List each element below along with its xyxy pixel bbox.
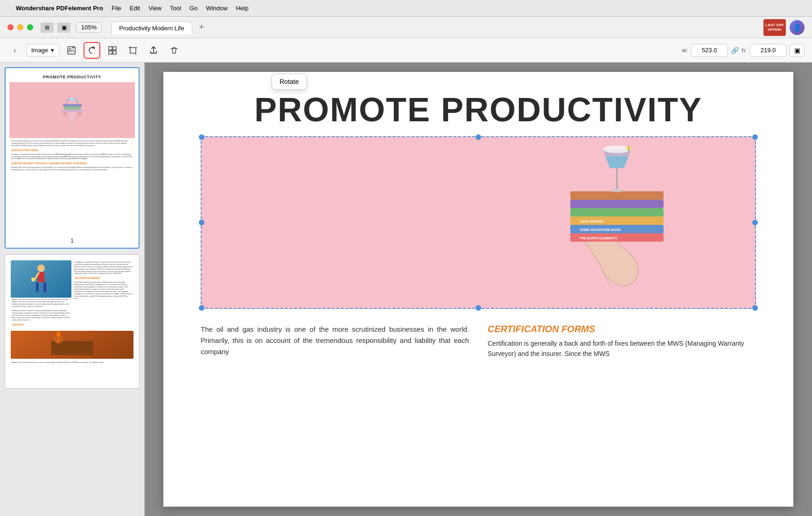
menu-bar: Wondershare PDFelement Pro File Edit Vie… [0,0,812,17]
height-label: h: [742,47,747,54]
transform-icon [108,46,117,55]
add-tab-button[interactable]: + [196,22,207,33]
svg-rect-4 [109,47,112,50]
left-panel: PROMOTE PRODUCTIVITY The oil and gas ind… [0,63,145,516]
handle-middle-right[interactable] [752,220,758,225]
hand-books-svg: THE EARTH ELEMENTS SOME ADVENTURE BOOK C… [524,140,710,308]
handle-middle-left[interactable] [199,220,204,225]
promo-badge: LAST DAY OFFER! [763,19,786,36]
tab-title: Productivity Modern Life [119,25,184,32]
svg-rect-22 [43,282,46,292]
svg-rect-5 [113,47,116,50]
svg-text:CASE STUDIES: CASE STUDIES [580,220,604,223]
main-area: PROMOTE PRODUCTIVITY The oil and gas ind… [0,63,812,516]
share-icon [149,46,158,55]
thumb-extra-text: Similarly, mail in the oil and gas indus… [9,166,135,172]
back-button[interactable]: ‹ [7,43,22,58]
rotate-tooltip: Rotate [272,74,307,90]
pdf-main-title: PROMOTE PRODUCTIVITY [201,91,756,129]
menu-go[interactable]: Go [189,5,197,12]
panel-view-button[interactable]: ▣ [57,22,70,33]
pdf-body-text-left: The oil and gas industry is one of the m… [201,324,469,357]
layout-toggle-button[interactable]: ▣ [790,44,805,57]
delete-button[interactable] [166,42,182,59]
cert-body-text: Certification is generally a back and fo… [488,338,756,359]
add-image-icon [67,46,76,55]
menu-view[interactable]: View [148,5,161,12]
thumb-cert-text: Certification is generally a back and fo… [9,153,135,161]
menu-edit[interactable]: Edit [130,5,140,12]
handle-top-left[interactable] [199,134,204,140]
pdf-columns: The oil and gas industry is one of the m… [201,324,756,359]
zoom-selector[interactable]: 105% [76,22,102,33]
thumb-page1-image [9,82,135,138]
app-name: Wondershare PDFelement Pro [16,5,103,12]
rotate-icon [87,46,97,55]
pdf-illustration: THE EARTH ELEMENTS SOME ADVENTURE BOOK C… [478,137,755,308]
pdf-col-right: CERTIFICATION FORMS Certification is gen… [488,324,756,359]
svg-text:THE EARTH ELEMENTS: THE EARTH ELEMENTS [580,237,617,240]
svg-text:SOME ADVENTURE BOOK: SOME ADVENTURE BOOK [580,228,621,231]
pdf-area: PROMOTE PRODUCTIVITY [145,63,812,516]
tab-area: Productivity Modern Life + [111,21,763,34]
dimension-group: w: 🔗 h: ▣ [682,44,805,57]
svg-rect-21 [36,282,39,292]
svg-rect-31 [570,208,664,216]
handle-bottom-right[interactable] [752,305,758,311]
svg-rect-7 [113,51,116,54]
chevron-down-icon: ▾ [51,47,54,54]
svg-rect-6 [109,51,112,54]
rotate-button[interactable] [84,42,100,59]
svg-rect-15 [64,107,81,110]
thumb-page1-title: PROMOTE PRODUCTIVITY [9,72,135,81]
tooltip-text: Rotate [280,78,299,85]
menu-tool[interactable]: Tool [170,5,181,12]
image-dropdown[interactable]: Image ▾ [26,44,59,56]
handle-top-right[interactable] [752,134,758,140]
page-2-thumbnail[interactable]: attachments means that the person has to… [5,254,140,389]
width-label: w: [682,47,688,54]
cert-heading: CERTIFICATION FORMS [488,324,756,335]
crop-button[interactable] [125,42,141,59]
thumb-subhead: QUICKER DELIVERY THAN MAIL, ENSURES DELI… [9,161,135,166]
pdf-page: PROMOTE PRODUCTIVITY [163,72,793,507]
maximize-button[interactable] [27,24,33,30]
menu-file[interactable]: File [112,5,121,12]
delete-icon [169,46,179,55]
pdf-col-left: The oil and gas industry is one of the m… [201,324,469,359]
handle-bottom-left[interactable] [199,305,204,311]
svg-point-38 [610,188,624,192]
page-1-thumbnail[interactable]: PROMOTE PRODUCTIVITY The oil and gas ind… [5,67,140,249]
share-button[interactable] [145,42,162,59]
view-toggle: ⊞ ▣ [41,22,70,33]
svg-point-18 [70,98,75,101]
close-button[interactable] [7,24,14,30]
menu-window[interactable]: Window [206,5,227,12]
toolbar: ‹ Image ▾ [0,38,812,63]
page-1-preview: PROMOTE PRODUCTIVITY The oil and gas ind… [9,72,135,235]
image-dropdown-label: Image [31,47,48,54]
svg-rect-33 [570,191,664,200]
menu-help[interactable]: Help [236,5,249,12]
pdf-image-container[interactable]: THE EARTH ELEMENTS SOME ADVENTURE BOOK C… [201,136,756,309]
handle-top-middle[interactable] [476,134,481,140]
titlebar-right: LAST DAY OFFER! 👤 [763,19,805,36]
svg-rect-14 [62,110,83,112]
title-bar: ⊞ ▣ 105% Productivity Modern Life + LAST… [0,17,812,38]
height-input[interactable] [749,44,787,57]
user-avatar[interactable]: 👤 [790,20,805,35]
thumb-page1-text: The oil and gas industry is one of the m… [9,139,135,148]
svg-point-1 [69,48,71,50]
width-input[interactable] [691,44,728,57]
svg-rect-16 [63,104,82,107]
handle-bottom-middle[interactable] [476,305,481,311]
tab-productivity[interactable]: Productivity Modern Life [111,21,192,35]
svg-rect-8 [130,48,136,53]
crop-icon [128,46,138,55]
minimize-button[interactable] [17,24,23,30]
page-2-preview: attachments means that the person has to… [9,258,135,384]
add-image-button[interactable] [63,42,80,59]
transform-button[interactable] [104,42,121,59]
page-1-number: 1 [9,237,135,244]
grid-view-button[interactable]: ⊞ [41,22,54,33]
